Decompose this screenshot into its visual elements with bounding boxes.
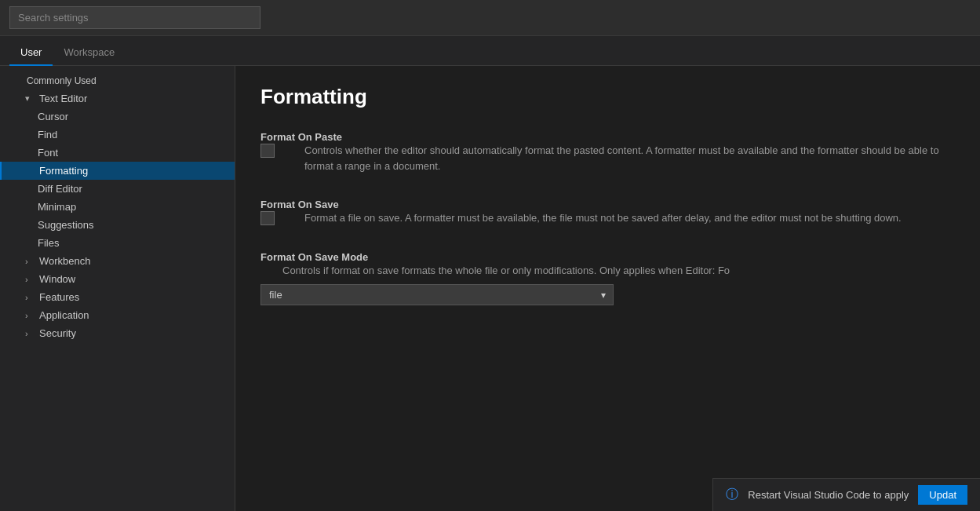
chevron-right-icon: › — [25, 275, 36, 284]
notification-bar: ⓘ Restart Visual Studio Code to apply Up… — [712, 478, 980, 511]
sidebar-item-features[interactable]: › Features — [0, 288, 235, 306]
chevron-right-icon: › — [25, 311, 36, 320]
sidebar-item-find[interactable]: Find — [0, 126, 235, 144]
sidebar-item-commonly-used[interactable]: Commonly Used — [0, 72, 235, 89]
dropdown-format-on-save-mode[interactable]: file modifications modificationsIfAvaila… — [260, 284, 614, 305]
setting-desc-format-on-save: Format a file on save. A formatter must … — [304, 210, 902, 226]
sidebar-item-diff-editor[interactable]: Diff Editor — [0, 180, 235, 198]
notification-text: Restart Visual Studio Code to apply — [748, 489, 909, 501]
chevron-right-icon: › — [25, 329, 36, 338]
dropdown-container: file modifications modificationsIfAvaila… — [260, 284, 614, 305]
sidebar-item-application[interactable]: › Application — [0, 306, 235, 324]
tabs-bar: User Workspace — [0, 36, 980, 66]
checkbox-row-format-on-save: Format a file on save. A formatter must … — [260, 210, 955, 226]
sidebar-item-text-editor[interactable]: ▾ Text Editor — [0, 89, 235, 108]
chevron-right-icon: › — [25, 257, 36, 266]
setting-label-format-on-save: Format On Save — [260, 199, 955, 210]
info-icon: ⓘ — [726, 487, 738, 503]
checkbox-format-on-paste[interactable] — [260, 144, 275, 158]
setting-desc-format-on-save-mode: Controls if format on save formats the w… — [282, 263, 955, 279]
dropdown-row-format-on-save-mode: file modifications modificationsIfAvaila… — [260, 284, 955, 305]
chevron-right-icon: › — [25, 293, 36, 302]
tab-workspace[interactable]: Workspace — [53, 40, 126, 66]
setting-desc-format-on-paste: Controls whether the editor should autom… — [304, 143, 955, 173]
tab-user[interactable]: User — [9, 40, 53, 66]
main-layout: Commonly Used ▾ Text Editor Cursor Find … — [0, 66, 980, 511]
setting-format-on-save-mode: Format On Save Mode Controls if format o… — [260, 251, 955, 306]
search-bar — [0, 0, 980, 36]
setting-format-on-save: Format On Save Format a file on save. A … — [260, 199, 955, 226]
sidebar-item-files[interactable]: Files — [0, 234, 235, 252]
search-input[interactable] — [9, 6, 260, 29]
setting-label-format-on-save-mode: Format On Save Mode — [260, 251, 955, 263]
sidebar-item-window[interactable]: › Window — [0, 270, 235, 288]
sidebar-item-formatting[interactable]: Formatting — [0, 162, 235, 180]
sidebar-item-font[interactable]: Font — [0, 144, 235, 162]
sidebar-item-security[interactable]: › Security — [0, 324, 235, 342]
checkbox-row-format-on-paste: Controls whether the editor should autom… — [260, 143, 955, 173]
sidebar: Commonly Used ▾ Text Editor Cursor Find … — [0, 66, 235, 511]
sidebar-item-cursor[interactable]: Cursor — [0, 108, 235, 126]
checkbox-format-on-save[interactable] — [260, 211, 275, 225]
setting-label-format-on-paste: Format On Paste — [260, 131, 955, 143]
sidebar-item-workbench[interactable]: › Workbench — [0, 252, 235, 270]
sidebar-item-minimap[interactable]: Minimap — [0, 198, 235, 216]
sidebar-item-suggestions[interactable]: Suggestions — [0, 216, 235, 234]
setting-format-on-paste: Format On Paste Controls whether the edi… — [260, 131, 955, 173]
content-area: Formatting Format On Paste Controls whet… — [235, 66, 980, 511]
page-title: Formatting — [260, 85, 955, 109]
chevron-down-icon: ▾ — [25, 93, 36, 104]
update-button[interactable]: Updat — [918, 485, 967, 505]
